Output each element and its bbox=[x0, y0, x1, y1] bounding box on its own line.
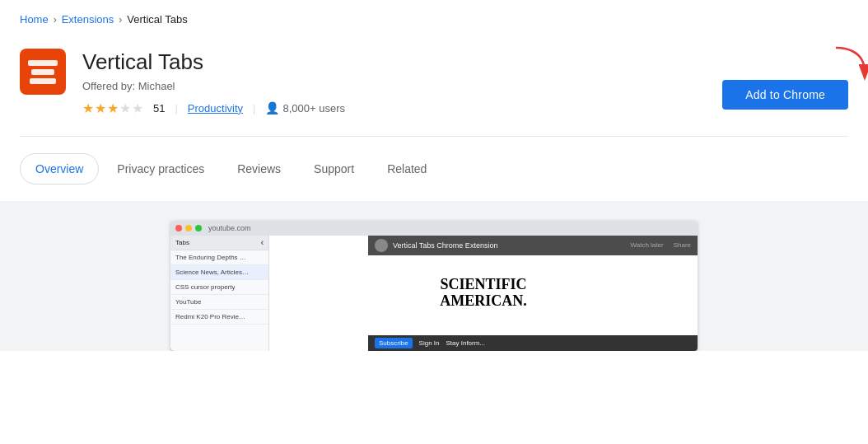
browser-chrome-bar: youtube.com bbox=[170, 221, 698, 236]
sidebar-tab-4-label: YouTube bbox=[175, 298, 201, 306]
breadcrumb-current: Vertical Tabs bbox=[127, 13, 187, 26]
arrow-indicator bbox=[824, 44, 868, 85]
sidebar-tab-2: Science News, Articles, and Information … bbox=[170, 265, 268, 280]
tab-reviews[interactable]: Reviews bbox=[222, 154, 296, 184]
star-5: ★ bbox=[132, 100, 143, 116]
preview-section: youtube.com Tabs ‹ The Enduring Depths o… bbox=[0, 201, 868, 351]
browser-dot-green bbox=[195, 225, 202, 231]
sidebar-tab-3: CSS cursor property bbox=[170, 280, 268, 295]
add-to-chrome-area: Add to Chrome bbox=[722, 44, 848, 110]
sidebar-toggle-icon: ‹ bbox=[261, 238, 264, 247]
main-content: Add to Chrome Vertical Tabs Offered by: … bbox=[0, 35, 868, 137]
extension-icon bbox=[20, 49, 66, 95]
tab-related[interactable]: Related bbox=[372, 154, 441, 184]
tab-support[interactable]: Support bbox=[299, 154, 369, 184]
header-divider bbox=[20, 136, 848, 137]
sci-am-line2: AMERICAN. bbox=[440, 293, 527, 310]
icon-stripe-2 bbox=[31, 69, 54, 75]
sidebar-tab-1: The Enduring Depths of 'Old Man and the … bbox=[170, 250, 268, 265]
breadcrumb-home-link[interactable]: Home bbox=[20, 13, 49, 26]
sidebar-tab-4: YouTube bbox=[170, 295, 268, 310]
offered-by-name: Michael bbox=[138, 80, 175, 92]
breadcrumb-extensions-link[interactable]: Extensions bbox=[62, 13, 114, 26]
tab-overview[interactable]: Overview bbox=[20, 153, 99, 185]
preview-container: youtube.com Tabs ‹ The Enduring Depths o… bbox=[170, 221, 698, 351]
category-link[interactable]: Productivity bbox=[188, 102, 243, 115]
browser-dot-red bbox=[175, 225, 182, 231]
sidebar-tab-1-label: The Enduring Depths of 'Old Man and the … bbox=[175, 254, 250, 261]
content-area: Vertical Tabs Chrome Extension Watch lat… bbox=[269, 236, 698, 351]
sidebar-tab-5-label: Redmi K20 Pro Review: Incredible Value! … bbox=[175, 313, 250, 320]
sidebar-tab-5: Redmi K20 Pro Review: Incredible Value! … bbox=[170, 310, 268, 325]
video-controls-bar: Subscribe Sign In Stay Inform... bbox=[368, 335, 698, 351]
sidebar-header-label: Tabs bbox=[175, 239, 189, 246]
video-inner: Tabs ‹ The Enduring Depths of 'Old Man a… bbox=[170, 236, 698, 351]
star-3: ★ bbox=[107, 100, 119, 116]
star-4: ★ bbox=[119, 100, 131, 116]
video-title-text: Vertical Tabs Chrome Extension bbox=[393, 241, 497, 250]
stay-text: Stay Inform... bbox=[446, 339, 485, 347]
meta-divider-1: | bbox=[175, 102, 177, 115]
users-icon: 👤 bbox=[265, 101, 279, 115]
breadcrumb: Home › Extensions › Vertical Tabs bbox=[0, 0, 868, 35]
offered-label: Offered by: bbox=[82, 80, 135, 92]
video-title-bar: Vertical Tabs Chrome Extension Watch lat… bbox=[368, 236, 698, 255]
meta-divider-2: | bbox=[253, 102, 255, 115]
rating-count: 51 bbox=[153, 102, 165, 115]
breadcrumb-sep-1: › bbox=[54, 14, 57, 26]
tabs-nav: Overview Privacy practices Reviews Suppo… bbox=[20, 153, 848, 185]
subscribe-btn[interactable]: Subscribe bbox=[375, 338, 413, 348]
vertical-tabs-sidebar: Tabs ‹ The Enduring Depths of 'Old Man a… bbox=[170, 236, 269, 351]
star-2: ★ bbox=[95, 100, 106, 116]
breadcrumb-sep-2: › bbox=[119, 14, 122, 26]
users-meta: 👤 8,000+ users bbox=[265, 101, 345, 115]
channel-avatar bbox=[375, 239, 388, 252]
sidebar-tab-2-label: Science News, Articles, and Information … bbox=[175, 269, 250, 276]
star-1: ★ bbox=[82, 100, 94, 116]
icon-stripe-1 bbox=[28, 60, 58, 66]
users-count: 8,000+ users bbox=[282, 102, 345, 115]
signin-text: Sign In bbox=[419, 339, 440, 347]
icon-stripe-3 bbox=[30, 78, 56, 84]
sidebar-tab-3-label: CSS cursor property bbox=[175, 283, 235, 291]
star-rating: ★ ★ ★ ★ ★ bbox=[82, 100, 143, 116]
watch-later-text: Watch later bbox=[630, 241, 663, 249]
browser-dot-yellow bbox=[185, 225, 192, 231]
browser-url: youtube.com bbox=[208, 224, 251, 232]
tab-privacy[interactable]: Privacy practices bbox=[102, 154, 219, 184]
tabs-section: Overview Privacy practices Reviews Suppo… bbox=[0, 137, 868, 185]
share-text: Share bbox=[674, 241, 691, 249]
sci-am-line1: SCIENTIFIC bbox=[440, 277, 527, 293]
sci-am-logo: SCIENTIFIC AMERICAN. bbox=[440, 277, 527, 310]
